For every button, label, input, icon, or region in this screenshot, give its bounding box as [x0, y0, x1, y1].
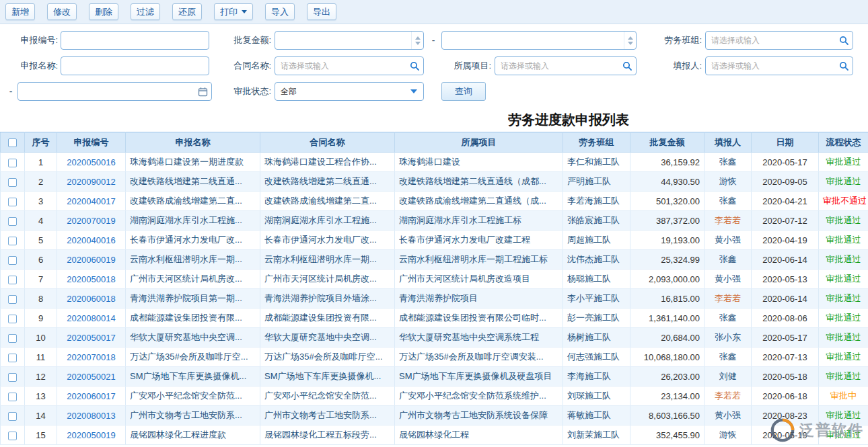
- row-checkbox[interactable]: [8, 432, 17, 440]
- cell-declare-code[interactable]: 2020050016: [57, 153, 126, 172]
- cell-status: 审批通过: [819, 328, 868, 348]
- cell-declare-code[interactable]: 2020040017: [57, 192, 126, 211]
- search-icon[interactable]: [835, 32, 853, 49]
- cell-contract-name: 广州市文物考古工地安防系...: [260, 406, 395, 425]
- toolbar-button-7[interactable]: 导出: [307, 3, 336, 20]
- cell-declare-name: 万达广场35#会所及咖啡厅空...: [126, 348, 260, 367]
- table-row[interactable]: 92020080014成都能源建设集团投资有限...成都能源建设集团投资有限..…: [1, 309, 868, 328]
- table-row[interactable]: 102020050017华软大厦研究基地中央空调...华软大厦研究基地中央空调.…: [1, 328, 868, 348]
- step-down-icon[interactable]: [415, 42, 421, 45]
- cell-declare-code[interactable]: 2020070019: [57, 211, 126, 231]
- table-row[interactable]: 122020050021SM广场地下车库更换摄像机...SM广场地下车库更换摄像…: [1, 367, 868, 387]
- table-row[interactable]: 72020050018广州市天河区统计局机房改...广州市天河区统计局机房改..…: [1, 270, 868, 289]
- amount-max-stepper[interactable]: [624, 32, 636, 49]
- search-icon[interactable]: [835, 57, 853, 75]
- cell-contract-name: 云南水利枢纽潜明水库一期...: [260, 250, 395, 270]
- row-checkbox[interactable]: [8, 334, 17, 343]
- step-down-icon[interactable]: [628, 42, 633, 45]
- project-input[interactable]: [495, 57, 618, 75]
- search-icon[interactable]: [406, 57, 423, 75]
- select-all-checkbox[interactable]: [8, 138, 17, 147]
- declare-name-input[interactable]: [61, 56, 209, 75]
- cell-declare-code[interactable]: 2020060018: [57, 289, 126, 309]
- search-icon[interactable]: [618, 57, 636, 75]
- row-checkbox[interactable]: [8, 295, 17, 304]
- toolbar-button-6[interactable]: 导入: [265, 3, 295, 20]
- cell-declare-code[interactable]: 2020050019: [57, 425, 126, 445]
- amount-min-stepper[interactable]: [411, 32, 423, 49]
- row-checkbox[interactable]: [8, 315, 17, 323]
- cell-reporter: 李若若: [704, 289, 752, 309]
- cell-amount: 23,134.00: [630, 387, 704, 406]
- cell-declare-code[interactable]: 2020050017: [57, 328, 126, 348]
- query-button[interactable]: 查询: [441, 82, 486, 101]
- toolbar-button-3[interactable]: 过滤: [131, 3, 160, 20]
- row-checkbox[interactable]: [8, 373, 17, 382]
- row-checkbox[interactable]: [8, 237, 17, 245]
- table-row[interactable]: 52020040016长春市伊通河水力发电厂改...长春市伊通河水力发电厂改..…: [1, 231, 868, 250]
- cell-seq: 10: [25, 328, 57, 348]
- row-checkbox[interactable]: [8, 393, 17, 401]
- cell-declare-code[interactable]: 2020080013: [57, 406, 126, 425]
- step-up-icon[interactable]: [415, 36, 421, 40]
- project-label: 所属项目:: [441, 56, 491, 75]
- amount-min-input[interactable]: [275, 32, 411, 49]
- cell-select: [1, 367, 25, 387]
- row-checkbox[interactable]: [8, 276, 17, 284]
- cell-declare-code[interactable]: 2020070018: [57, 348, 126, 367]
- cell-labor-team: 严明施工队: [563, 172, 630, 192]
- cell-declare-code[interactable]: 2020060017: [57, 387, 126, 406]
- table-row[interactable]: 32020040017改建铁路成渝线增建第二直...改建铁路成渝线增建第二直..…: [1, 192, 868, 211]
- row-checkbox[interactable]: [8, 217, 17, 226]
- cell-labor-team: 杨树施工队: [563, 328, 630, 348]
- cell-declare-code[interactable]: 2020090012: [57, 172, 126, 192]
- date-to-input[interactable]: [18, 83, 194, 100]
- declare-no-input[interactable]: [61, 31, 209, 50]
- cell-declare-name: 广州市天河区统计局机房改...: [126, 270, 260, 289]
- table-row[interactable]: 42020070019湖南洞庭湖水库引水工程施...湖南洞庭湖水库引水工程施..…: [1, 211, 868, 231]
- table-row[interactable]: 142020080013广州市文物考古工地安防系...广州市文物考古工地安防系.…: [1, 406, 868, 425]
- cell-declare-name: 长春市伊通河水力发电厂改...: [126, 231, 260, 250]
- approve-status-select[interactable]: 全部: [275, 82, 424, 101]
- row-checkbox[interactable]: [8, 159, 17, 167]
- cell-status: 审批通过: [819, 153, 868, 172]
- table-row[interactable]: 62020060019云南水利枢纽潜明水库一期...云南水利枢纽潜明水库一期..…: [1, 250, 868, 270]
- table-row[interactable]: 22020090012改建铁路线增建第二线直通...改建铁路线增建第二线直通..…: [1, 172, 868, 192]
- cell-declare-code[interactable]: 2020060019: [57, 250, 126, 270]
- table-row[interactable]: 152020050019晟铭园林绿化工程进度款晟铭园林绿化工程五标段劳...晟铭…: [1, 425, 868, 445]
- table-row[interactable]: 112020070018万达广场35#会所及咖啡厅空...万达广场35#会所及咖…: [1, 348, 868, 367]
- reporter-input[interactable]: [706, 57, 835, 75]
- labor-team-input[interactable]: [706, 32, 835, 49]
- toolbar-button-0[interactable]: 新增: [5, 3, 35, 20]
- row-checkbox[interactable]: [8, 178, 17, 187]
- cell-project: 万达广场35#会所及咖啡厅空调安装...: [395, 348, 563, 367]
- table-row[interactable]: 82020060018青海洪湖养护院项目第一期...青海洪湖养护院项目外墙涂..…: [1, 289, 868, 309]
- toolbar-button-4[interactable]: 还原: [172, 3, 202, 20]
- cell-declare-code[interactable]: 2020040016: [57, 231, 126, 250]
- cell-date: 2020-08-06: [752, 309, 819, 328]
- toolbar-button-2[interactable]: 删除: [89, 3, 118, 20]
- step-up-icon[interactable]: [628, 36, 633, 40]
- cell-labor-team: 刘琛施工队: [563, 387, 630, 406]
- cell-declare-code[interactable]: 2020080014: [57, 309, 126, 328]
- contract-name-input[interactable]: [275, 57, 406, 75]
- cell-status: 审批通过: [819, 406, 868, 425]
- cell-declare-code[interactable]: 2020050018: [57, 270, 126, 289]
- table-row[interactable]: 12020050016珠海鹤港口建设第一期进度款珠海鹤港口建设工程合作协...珠…: [1, 153, 868, 172]
- col-labor-team: 劳务班组: [563, 132, 630, 153]
- row-checkbox[interactable]: [8, 256, 17, 265]
- toolbar-button-1[interactable]: 修改: [47, 3, 77, 20]
- cell-reporter: 张鑫: [704, 250, 752, 270]
- cell-amount: 352,455.90: [630, 425, 704, 445]
- cell-status: 审批通过: [819, 211, 868, 231]
- row-checkbox[interactable]: [8, 412, 17, 421]
- row-checkbox[interactable]: [8, 198, 17, 206]
- toolbar-button-5[interactable]: 打印: [214, 3, 253, 20]
- amount-max-input[interactable]: [442, 32, 624, 49]
- row-checkbox[interactable]: [8, 354, 17, 362]
- cell-declare-code[interactable]: 2020050021: [57, 367, 126, 387]
- table-row[interactable]: 132020060017广安邓小平纪念馆安全防范...广安邓小平纪念馆安全防范.…: [1, 387, 868, 406]
- project-field: [495, 56, 637, 75]
- calendar-icon[interactable]: [194, 83, 211, 100]
- cell-select: [1, 192, 25, 211]
